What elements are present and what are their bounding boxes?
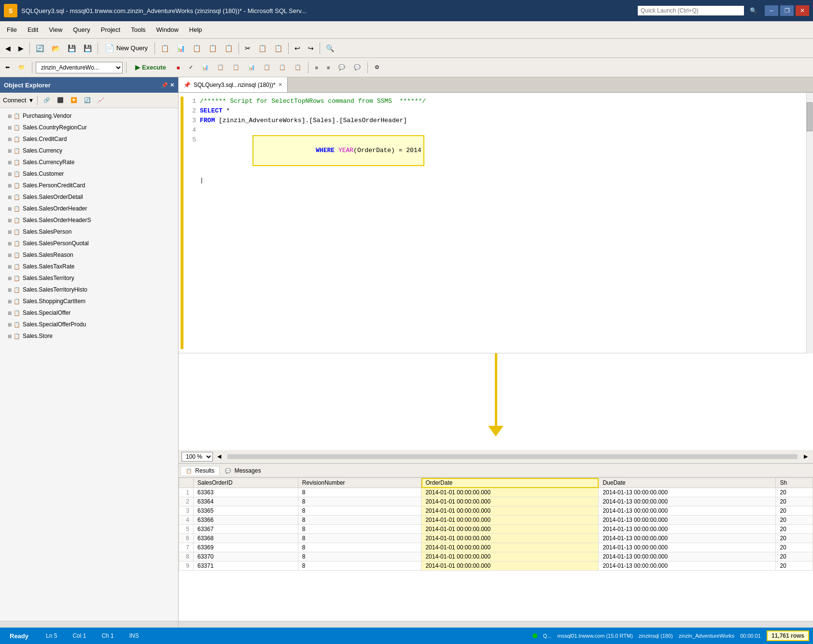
tree-item-sales-personcreditcard[interactable]: ⊞ 📋 Sales.PersonCreditCard	[0, 180, 178, 191]
indent-code[interactable]: ≡	[312, 60, 322, 75]
oe-pin-icon[interactable]: 📌	[161, 82, 168, 88]
cell-sh-9[interactable]: 20	[776, 561, 813, 571]
menu-tools[interactable]: Tools	[126, 24, 150, 35]
display-mode-2[interactable]: 📋	[214, 60, 227, 75]
search-btn[interactable]: 🔍	[322, 41, 337, 56]
th-sh[interactable]: Sh	[776, 478, 813, 488]
extra-btn[interactable]: ⚙	[371, 60, 383, 75]
display-mode-6[interactable]: 📋	[276, 60, 289, 75]
tree-item-sales-specialoffer[interactable]: ⊞ 📋 Sales.SpecialOffer	[0, 307, 178, 319]
results-tab-messages[interactable]: 💬 Messages	[220, 466, 266, 475]
oe-disconnect-button[interactable]: ⬛	[55, 95, 66, 106]
tree-item-sales-territory[interactable]: ⊞ 📋 Sales.SalesTerritory	[0, 272, 178, 284]
cell-sh-1[interactable]: 20	[776, 488, 813, 497]
results-tab-results[interactable]: 📋 Results	[181, 466, 220, 475]
forward-button[interactable]: ▶	[15, 41, 27, 56]
cell-salesorderid-5[interactable]: 63367	[194, 525, 298, 534]
data-grid[interactable]: SalesOrderID RevisionNumber OrderDate Du…	[179, 477, 813, 621]
tree-item-sales-currency[interactable]: ⊞ 📋 Sales.Currency	[0, 145, 178, 156]
oe-chart-button[interactable]: 📈	[95, 95, 107, 106]
th-revisionnumber[interactable]: RevisionNumber	[298, 478, 421, 488]
cell-revnum-6[interactable]: 8	[298, 534, 421, 543]
cell-salesorderid-4[interactable]: 63366	[194, 516, 298, 525]
cell-duedate-2[interactable]: 2014-01-13 00:00:00.000	[599, 497, 776, 506]
paste-button[interactable]: 📋	[271, 41, 286, 56]
menu-file[interactable]: File	[2, 24, 22, 35]
menu-help[interactable]: Help	[184, 24, 207, 35]
oe-filter-button[interactable]: 🔽	[68, 95, 80, 106]
database-dropdown[interactable]: zinzin_AdventureWo...	[36, 62, 123, 73]
cell-duedate-9[interactable]: 2014-01-13 00:00:00.000	[599, 561, 776, 571]
oe-connect-button[interactable]: 🔗	[41, 95, 53, 106]
execute-button[interactable]: ▶ Execute	[130, 62, 171, 73]
tree-item-sales-orderheaders[interactable]: ⊞ 📋 Sales.SalesOrderHeaderS	[0, 214, 178, 226]
tree-item-sales-salesperson[interactable]: ⊞ 📋 Sales.SalesPerson	[0, 226, 178, 238]
cell-salesorderid-7[interactable]: 63369	[194, 543, 298, 552]
tree-item-sales-specialofferproduct[interactable]: ⊞ 📋 Sales.SpecialOfferProdu	[0, 319, 178, 330]
cell-orderdate-5[interactable]: 2014-01-01 00:00:00.000	[421, 525, 599, 534]
comment-button[interactable]: 💬	[335, 60, 349, 75]
th-duedate[interactable]: DueDate	[599, 478, 776, 488]
display-mode-3[interactable]: 📋	[229, 60, 243, 75]
cell-orderdate-4[interactable]: 2014-01-01 00:00:00.000	[421, 516, 599, 525]
cell-salesorderid-1[interactable]: 63363	[194, 488, 298, 497]
cell-revnum-1[interactable]: 8	[298, 488, 421, 497]
cell-revnum-9[interactable]: 8	[298, 561, 421, 571]
cell-orderdate-6[interactable]: 2014-01-01 00:00:00.000	[421, 534, 599, 543]
zoom-select[interactable]: 100 %	[182, 452, 213, 462]
tb-btn-4[interactable]: 📋	[205, 41, 220, 56]
cell-orderdate-2[interactable]: 2014-01-01 00:00:00.000	[421, 497, 599, 506]
cell-orderdate-1[interactable]: 2014-01-01 00:00:00.000	[421, 488, 599, 497]
cell-salesorderid-9[interactable]: 63371	[194, 561, 298, 571]
menu-query[interactable]: Query	[68, 24, 95, 35]
cell-duedate-7[interactable]: 2014-01-13 00:00:00.000	[599, 543, 776, 552]
cell-revnum-2[interactable]: 8	[298, 497, 421, 506]
cell-sh-3[interactable]: 20	[776, 506, 813, 516]
tree-item-sales-salesreason[interactable]: ⊞ 📋 Sales.SalesReason	[0, 249, 178, 261]
cut-button[interactable]: ✂	[241, 41, 254, 56]
cell-revnum-3[interactable]: 8	[298, 506, 421, 516]
cell-duedate-6[interactable]: 2014-01-13 00:00:00.000	[599, 534, 776, 543]
cell-sh-8[interactable]: 20	[776, 552, 813, 561]
parse-button[interactable]: ✓	[185, 60, 196, 75]
minimize-button[interactable]: –	[765, 5, 778, 16]
undo-button[interactable]: ↩	[291, 41, 304, 56]
tb-btn-3[interactable]: 📋	[189, 41, 204, 56]
tb-btn-2[interactable]: 📊	[173, 41, 188, 56]
tb-btn-1[interactable]: 📋	[157, 41, 172, 56]
cell-sh-2[interactable]: 20	[776, 497, 813, 506]
menu-view[interactable]: View	[44, 24, 67, 35]
menu-edit[interactable]: Edit	[23, 24, 43, 35]
cell-salesorderid-6[interactable]: 63368	[194, 534, 298, 543]
close-button[interactable]: ✕	[796, 5, 809, 16]
restore-button[interactable]: ❐	[780, 5, 794, 16]
oe-close-icon[interactable]: ✕	[170, 82, 174, 88]
tb-btn-5[interactable]: 📋	[221, 41, 236, 56]
oe-refresh-button[interactable]: 🔄	[82, 95, 93, 106]
cell-orderdate-8[interactable]: 2014-01-01 00:00:00.000	[421, 552, 599, 561]
menu-window[interactable]: Window	[152, 24, 183, 35]
cell-orderdate-3[interactable]: 2014-01-01 00:00:00.000	[421, 506, 599, 516]
scrollbar-thumb[interactable]	[807, 102, 813, 131]
code-editor[interactable]: 1 2 3 4 5 /****** Script for SelectTopNR…	[179, 93, 806, 353]
quick-launch-input[interactable]	[638, 6, 744, 15]
indent-button[interactable]: ⬅	[2, 60, 13, 75]
cell-duedate-5[interactable]: 2014-01-13 00:00:00.000	[599, 525, 776, 534]
cell-orderdate-7[interactable]: 2014-01-01 00:00:00.000	[421, 543, 599, 552]
cell-salesorderid-3[interactable]: 63365	[194, 506, 298, 516]
editor-tab-sqlquery3[interactable]: 📌 SQLQuery3.sql...nzinsql (180))* ✕	[179, 77, 288, 92]
tree-item-sales-orderdetail[interactable]: ⊞ 📋 Sales.SalesOrderDetail	[0, 191, 178, 203]
cell-sh-4[interactable]: 20	[776, 516, 813, 525]
cell-orderdate-9[interactable]: 2014-01-01 00:00:00.000	[421, 561, 599, 571]
save-all-button[interactable]: 💾	[80, 41, 95, 56]
cell-sh-7[interactable]: 20	[776, 543, 813, 552]
cell-revnum-4[interactable]: 8	[298, 516, 421, 525]
cell-sh-6[interactable]: 20	[776, 534, 813, 543]
tree-item-sales-territoryhisto[interactable]: ⊞ 📋 Sales.SalesTerritoryHisto	[0, 284, 178, 295]
tree-item-sales-customer[interactable]: ⊞ 📋 Sales.Customer	[0, 168, 178, 180]
display-mode-1[interactable]: 📊	[198, 60, 212, 75]
tree-item-sales-shoppingcart[interactable]: ⊞ 📋 Sales.ShoppingCartItem	[0, 295, 178, 307]
cell-revnum-8[interactable]: 8	[298, 552, 421, 561]
oe-scrollbar-h[interactable]	[0, 621, 178, 628]
save-button[interactable]: 💾	[64, 41, 79, 56]
